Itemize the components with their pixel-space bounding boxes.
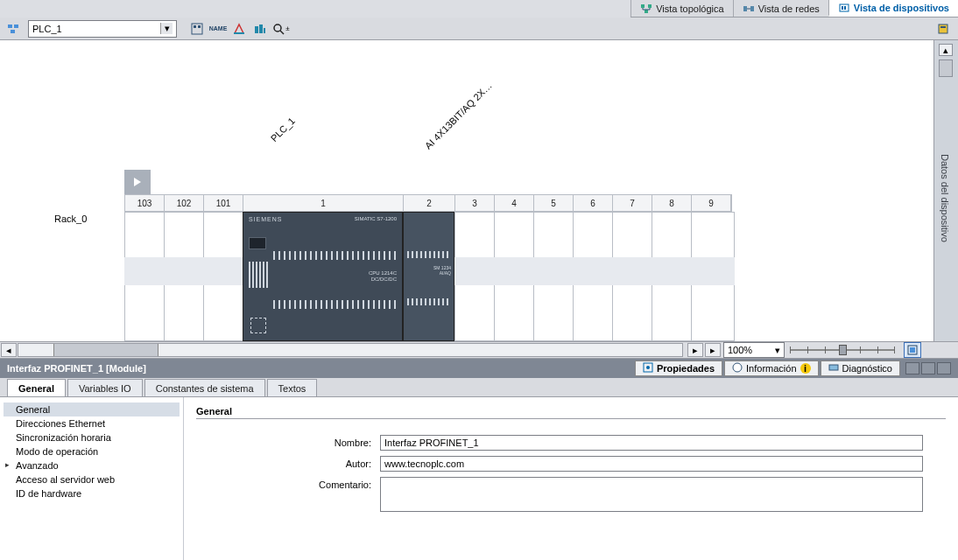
tab-network-view[interactable]: Vista de redes — [733, 0, 828, 17]
inspector-title-bar: Interfaz PROFINET_1 [Module] Propiedades… — [0, 359, 958, 378]
prop-tab-vars[interactable]: Variables IO — [67, 379, 143, 396]
dropdown-arrow-icon: ▾ — [775, 345, 780, 356]
svg-point-26 — [646, 366, 650, 369]
comment-textarea[interactable] — [380, 477, 923, 512]
prop-tab-general[interactable]: General — [7, 379, 66, 396]
slot-4[interactable]: 4 — [495, 195, 534, 211]
zoom-slider[interactable] — [790, 345, 895, 355]
inspector-minimize-button[interactable] — [905, 362, 919, 374]
canvas-plc-label: PLC_1 — [269, 116, 297, 144]
svg-rect-13 — [194, 25, 196, 28]
hscroll-right-button[interactable]: ▸ — [687, 343, 703, 357]
slot-8[interactable]: 8 — [652, 195, 692, 211]
tree-timesync[interactable]: Sincronización horaria — [4, 430, 180, 444]
property-body: General Direcciones Ethernet Sincronizac… — [0, 397, 958, 560]
show-addresses-button[interactable] — [229, 20, 249, 38]
form-section-title: General — [196, 406, 946, 416]
zoom-slider-thumb[interactable] — [839, 345, 847, 355]
prop-tab-texts-label: Textos — [278, 383, 306, 394]
zoom-value: 100% — [728, 345, 752, 355]
tree-hwid[interactable]: ID de hardware — [4, 486, 180, 500]
svg-rect-24 — [910, 347, 915, 353]
ai-io-top-icon — [407, 251, 450, 258]
device-canvas[interactable]: PLC_1 AI 4X13BIT/AQ 2X… Rack_0 103 102 1… — [0, 40, 933, 341]
catalog-button[interactable] — [933, 20, 953, 38]
svg-rect-21 — [939, 24, 947, 33]
info-icon — [732, 362, 743, 374]
slot-103[interactable]: 103 — [125, 195, 165, 211]
name-input[interactable] — [380, 435, 923, 451]
inspector-tab-information[interactable]: Información i — [724, 360, 818, 376]
cpu-module[interactable]: SIEMENS SIMATIC S7-1200 CPU 1214C DC/DC/… — [243, 212, 403, 341]
hscroll-track[interactable] — [18, 343, 683, 357]
slot-101[interactable]: 101 — [204, 195, 243, 211]
tree-webserver[interactable]: Acceso al servidor web — [4, 472, 180, 486]
tree-ethernet[interactable]: Direcciones Ethernet — [4, 416, 180, 430]
tab-devices-view[interactable]: Vista de dispositivos — [828, 0, 958, 17]
ai-module[interactable]: SM 1234 AI/AQ — [403, 212, 454, 341]
slot-1[interactable]: 1 — [243, 195, 404, 211]
prop-tab-texts[interactable]: Textos — [267, 379, 318, 396]
slot-3[interactable]: 3 — [455, 195, 495, 211]
svg-rect-11 — [11, 30, 15, 33]
svg-point-27 — [733, 363, 742, 372]
svg-rect-22 — [940, 26, 946, 28]
ai-io-bot-icon — [407, 298, 450, 305]
svg-rect-17 — [259, 24, 263, 33]
zoom-selector[interactable]: 100% ▾ — [723, 342, 785, 358]
cpu-brand: SIEMENS — [249, 216, 283, 222]
author-label: Autor: — [196, 456, 380, 469]
prop-tab-consts[interactable]: Constantes de sistema — [144, 379, 265, 396]
author-input[interactable] — [380, 456, 923, 472]
svg-line-20 — [280, 31, 284, 34]
section-divider — [196, 418, 946, 419]
prop-tab-vars-label: Variables IO — [79, 383, 131, 394]
slot-9[interactable]: 9 — [692, 195, 731, 211]
dropdown-arrow-icon: ▾ — [160, 23, 173, 34]
warning-icon: i — [800, 363, 811, 374]
cpu-io-top-icon — [273, 251, 398, 260]
device-tree-button[interactable] — [4, 20, 23, 38]
property-form: General Nombre: Autor: Comentario: — [184, 397, 958, 560]
tree-advanced[interactable]: Avanzado — [4, 458, 180, 472]
vscroll-up-button[interactable]: ▴ — [939, 44, 953, 56]
device-selector-value: PLC_1 — [32, 24, 62, 34]
svg-rect-8 — [844, 6, 846, 10]
device-selector[interactable]: PLC_1 ▾ — [28, 20, 177, 38]
inspector-maximize-button[interactable] — [937, 362, 951, 374]
inspector-tab-properties[interactable]: Propiedades — [635, 360, 722, 376]
inspector-restore-button[interactable] — [921, 362, 935, 374]
zoom-tool-button[interactable]: ± — [271, 20, 291, 38]
slot-6[interactable]: 6 — [574, 195, 613, 211]
cpu-model: SIMATIC S7-1200 — [355, 216, 397, 221]
show-module-labels-button[interactable] — [187, 20, 207, 38]
topology-icon — [640, 4, 652, 14]
inspector-tab-diagnostics[interactable]: Diagnóstico — [821, 360, 900, 376]
slot-102[interactable]: 102 — [165, 195, 204, 211]
hscroll-end-button[interactable]: ▸ — [705, 343, 721, 357]
hscroll-thumb[interactable] — [53, 344, 158, 356]
slot-7[interactable]: 7 — [613, 195, 652, 211]
slot-2[interactable]: 2 — [404, 195, 455, 211]
prop-tab-consts-label: Constantes de sistema — [156, 383, 254, 394]
properties-icon — [643, 362, 653, 374]
tree-opmode[interactable]: Modo de operación — [4, 444, 180, 458]
cpu-leds-icon — [249, 262, 268, 288]
tree-general[interactable]: General — [4, 402, 180, 416]
rack-label: Rack_0 — [54, 214, 87, 224]
slot-5[interactable]: 5 — [534, 195, 574, 211]
inspector-tab-properties-label: Propiedades — [657, 363, 715, 374]
svg-rect-4 — [750, 6, 754, 11]
name-icon: NAME — [209, 25, 228, 32]
show-names-button[interactable]: NAME — [208, 20, 228, 38]
vscroll-thumb[interactable] — [939, 60, 953, 77]
device-data-panel-label[interactable]: Datos del dispositivo — [940, 154, 950, 242]
ai-type-label: SM 1234 AI/AQ — [433, 265, 451, 276]
show-io-button[interactable] — [250, 20, 270, 38]
zoom-fit-button[interactable] — [904, 342, 921, 358]
hscroll-left-button[interactable]: ◂ — [1, 343, 17, 357]
devices-icon — [838, 3, 850, 13]
tab-topology-view[interactable]: Vista topológica — [630, 0, 732, 17]
right-side-panel: ▴ Datos del dispositivo — [933, 40, 958, 341]
rack-expand-button[interactable] — [124, 170, 151, 194]
